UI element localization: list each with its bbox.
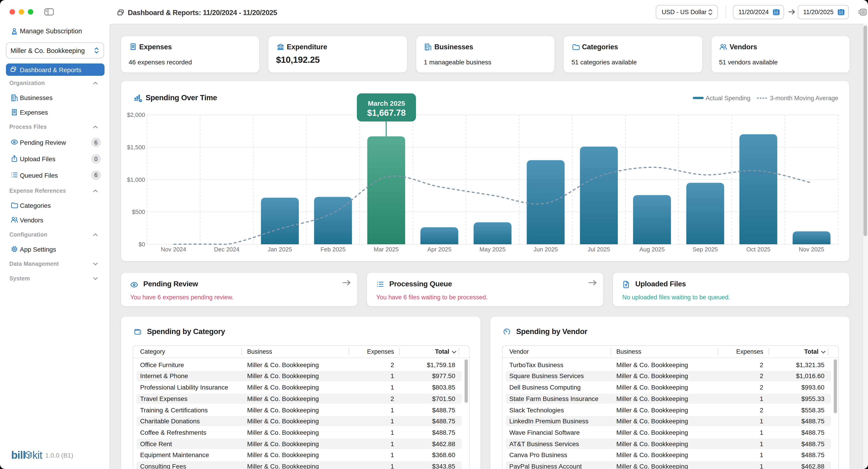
svg-text:$1,667.78: $1,667.78 — [367, 108, 406, 118]
svg-text:$1,000: $1,000 — [127, 176, 145, 183]
svg-text:Jun 2025: Jun 2025 — [533, 246, 558, 253]
svg-text:Feb 2025: Feb 2025 — [320, 246, 346, 253]
svg-text:$0: $0 — [138, 241, 145, 248]
svg-text:May 2025: May 2025 — [479, 246, 505, 253]
svg-text:Sep 2025: Sep 2025 — [692, 246, 718, 253]
svg-text:$500: $500 — [132, 208, 145, 215]
svg-text:Mar 2025: Mar 2025 — [374, 246, 399, 253]
svg-text:Nov 2025: Nov 2025 — [799, 246, 824, 253]
svg-text:Apr 2025: Apr 2025 — [427, 246, 452, 253]
svg-text:Nov 2024: Nov 2024 — [161, 246, 186, 253]
svg-text:$2,000: $2,000 — [127, 111, 145, 118]
svg-text:$1,500: $1,500 — [127, 144, 145, 151]
svg-text:Dec 2024: Dec 2024 — [214, 246, 239, 253]
svg-text:Jul 2025: Jul 2025 — [588, 246, 610, 253]
svg-text:Oct 2025: Oct 2025 — [746, 246, 771, 253]
svg-text:Aug 2025: Aug 2025 — [639, 246, 665, 253]
svg-text:Jan 2025: Jan 2025 — [268, 246, 292, 253]
svg-text:March 2025: March 2025 — [368, 99, 405, 107]
